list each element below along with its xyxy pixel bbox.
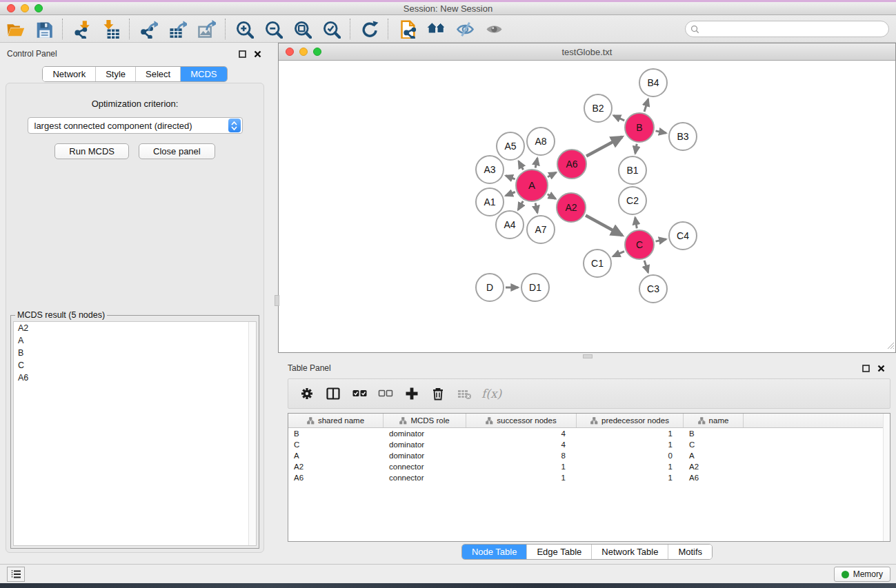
run-mcds-button[interactable]: Run MCDS: [54, 143, 129, 159]
column-header-name[interactable]: name: [684, 414, 744, 427]
open-file-button[interactable]: [2, 18, 27, 40]
table-tab-motifs[interactable]: Motifs: [668, 545, 712, 559]
table-cell[interactable]: A2: [684, 461, 744, 472]
graph-node-B3[interactable]: B3: [669, 123, 697, 150]
table-cell[interactable]: A: [684, 450, 744, 461]
save-session-button[interactable]: [31, 18, 56, 40]
select-all-button[interactable]: [348, 382, 371, 405]
tab-network[interactable]: Network: [43, 67, 96, 81]
splitter-handle-vertical[interactable]: [275, 295, 279, 306]
graph-node-B2[interactable]: B2: [584, 94, 612, 122]
table-cell[interactable]: 4: [466, 439, 577, 450]
zoom-in-button[interactable]: [232, 18, 257, 40]
graph-node-A2[interactable]: A2: [557, 193, 586, 222]
close-panel-icon[interactable]: [252, 48, 263, 59]
zoom-fit-button[interactable]: [290, 18, 315, 40]
table-cell[interactable]: 1: [577, 428, 684, 439]
table-cell[interactable]: dominator: [384, 439, 466, 450]
table-cell[interactable]: A6: [288, 472, 384, 483]
gear-button[interactable]: [295, 382, 319, 405]
deselect-all-button[interactable]: [374, 382, 397, 405]
delete-column-button[interactable]: [426, 382, 450, 405]
graph-node-B4[interactable]: B4: [639, 69, 667, 97]
optimization-criterion-dropdown[interactable]: largest connected component (directed): [28, 117, 243, 134]
hide-eye-button[interactable]: [452, 18, 477, 40]
graph-node-A6[interactable]: A6: [557, 150, 586, 179]
graph-node-C1[interactable]: C1: [584, 250, 611, 277]
table-tab-edge-table[interactable]: Edge Table: [527, 545, 592, 559]
table-cell[interactable]: C: [684, 439, 744, 450]
zoom-out-button[interactable]: [261, 18, 286, 40]
tab-select[interactable]: Select: [136, 67, 181, 81]
graph-node-D[interactable]: D: [476, 274, 504, 301]
tab-style[interactable]: Style: [96, 67, 136, 81]
column-view-button[interactable]: [321, 382, 345, 405]
result-item[interactable]: C: [14, 359, 256, 372]
column-header-successor-nodes[interactable]: successor nodes: [466, 414, 577, 427]
column-header-shared-name[interactable]: shared name: [288, 414, 384, 427]
export-image-button[interactable]: [194, 18, 219, 40]
network-canvas[interactable]: AA6A2BCB4B2B3B1C2C4C1C3A5A8A3A1A4A7DD1: [279, 61, 895, 352]
table-cell[interactable]: 1: [577, 472, 684, 483]
table-cell[interactable]: C: [288, 439, 384, 450]
graph-node-A3[interactable]: A3: [476, 156, 504, 183]
result-item[interactable]: A2: [14, 322, 256, 334]
result-scrollbar[interactable]: [248, 322, 256, 545]
graph-node-A8[interactable]: A8: [527, 128, 555, 155]
memory-button[interactable]: Memory: [834, 567, 890, 582]
float-panel-icon[interactable]: [237, 48, 248, 59]
table-cell[interactable]: 0: [577, 450, 684, 461]
table-cell[interactable]: B: [684, 428, 744, 439]
graph-node-C2[interactable]: C2: [619, 187, 646, 214]
close-table-panel-icon[interactable]: [875, 363, 886, 374]
table-cell[interactable]: connector: [384, 461, 466, 472]
table-cell[interactable]: A: [288, 450, 384, 461]
graph-node-B[interactable]: B: [625, 113, 654, 142]
table-cell[interactable]: 1: [466, 472, 577, 483]
graph-node-A[interactable]: A: [516, 170, 548, 201]
export-network-button[interactable]: [136, 18, 161, 40]
table-cell[interactable]: dominator: [384, 428, 466, 439]
result-item[interactable]: A6: [14, 372, 256, 384]
result-item[interactable]: A: [14, 334, 256, 347]
table-cell[interactable]: 1: [577, 461, 684, 472]
tab-mcds[interactable]: MCDS: [181, 67, 226, 81]
table-tab-network-table[interactable]: Network Table: [592, 545, 668, 559]
task-history-button[interactable]: [7, 567, 25, 582]
table-cell[interactable]: 1: [466, 461, 577, 472]
show-eye-button[interactable]: [481, 18, 506, 40]
import-network-button[interactable]: [69, 18, 94, 40]
column-header-MCDS-role[interactable]: MCDS role: [384, 414, 466, 427]
table-cell[interactable]: connector: [384, 472, 466, 483]
refresh-button[interactable]: [357, 18, 381, 40]
table-cell[interactable]: 4: [466, 428, 577, 439]
graph-node-A4[interactable]: A4: [496, 211, 524, 239]
graph-node-A5[interactable]: A5: [497, 132, 524, 160]
table-tab-node-table[interactable]: Node Table: [462, 545, 528, 559]
add-column-button[interactable]: [400, 382, 424, 405]
table-cell[interactable]: A6: [684, 472, 744, 483]
float-table-panel-icon[interactable]: [860, 363, 871, 374]
result-item[interactable]: B: [14, 347, 256, 359]
export-table-button[interactable]: [165, 18, 190, 40]
resize-grip-icon[interactable]: [886, 341, 895, 352]
graph-node-C3[interactable]: C3: [639, 275, 667, 303]
graph-node-B1[interactable]: B1: [619, 156, 646, 184]
zoom-selected-button[interactable]: [319, 18, 344, 40]
splitter-handle-horizontal[interactable]: [583, 354, 593, 358]
table-cell[interactable]: 1: [577, 439, 684, 450]
search-input[interactable]: [699, 22, 888, 36]
graph-node-C[interactable]: C: [625, 230, 654, 259]
table-cell[interactable]: A2: [288, 461, 384, 472]
table-cell[interactable]: B: [288, 428, 384, 439]
network-document-button[interactable]: [395, 18, 419, 40]
graph-node-D1[interactable]: D1: [521, 274, 549, 301]
graph-node-A7[interactable]: A7: [527, 216, 555, 243]
graph-node-A1[interactable]: A1: [476, 188, 504, 216]
graph-node-C4[interactable]: C4: [669, 222, 697, 250]
column-header-predecessor-nodes[interactable]: predecessor nodes: [577, 414, 684, 427]
table-scrollbar[interactable]: [883, 414, 890, 541]
table-cell[interactable]: dominator: [384, 450, 466, 461]
home-button[interactable]: [424, 18, 448, 40]
import-table-button[interactable]: [98, 18, 123, 40]
